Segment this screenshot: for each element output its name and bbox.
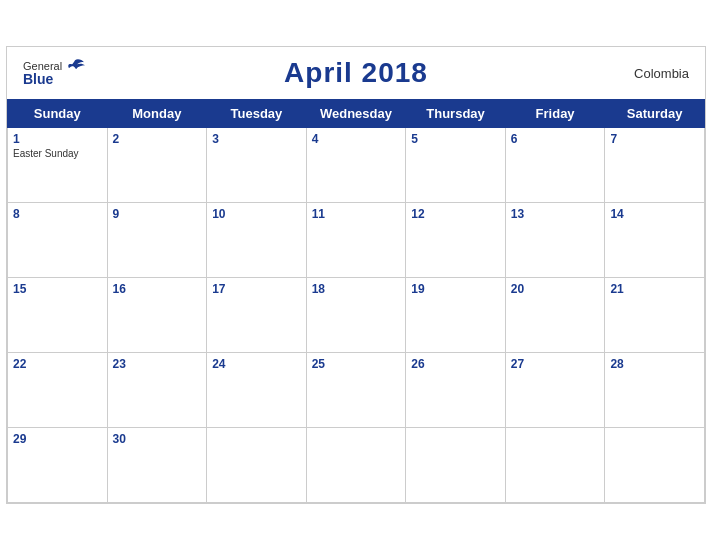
calendar-day-cell: 16 bbox=[107, 278, 207, 353]
day-event: Easter Sunday bbox=[13, 148, 102, 159]
day-number: 2 bbox=[113, 132, 202, 146]
calendar-day-cell bbox=[207, 428, 307, 503]
calendar-day-cell: 1Easter Sunday bbox=[8, 128, 108, 203]
calendar-day-cell: 30 bbox=[107, 428, 207, 503]
calendar-day-cell: 20 bbox=[505, 278, 605, 353]
day-number: 28 bbox=[610, 357, 699, 371]
day-number: 19 bbox=[411, 282, 500, 296]
calendar-day-cell: 27 bbox=[505, 353, 605, 428]
day-number: 17 bbox=[212, 282, 301, 296]
calendar-day-cell: 4 bbox=[306, 128, 406, 203]
day-number: 21 bbox=[610, 282, 699, 296]
day-number: 16 bbox=[113, 282, 202, 296]
day-number: 7 bbox=[610, 132, 699, 146]
day-number: 1 bbox=[13, 132, 102, 146]
day-number: 14 bbox=[610, 207, 699, 221]
calendar-container: General Blue April 2018 Colombia Sunday … bbox=[6, 46, 706, 504]
header-wednesday: Wednesday bbox=[306, 100, 406, 128]
day-number: 8 bbox=[13, 207, 102, 221]
header-friday: Friday bbox=[505, 100, 605, 128]
calendar-week-row: 15161718192021 bbox=[8, 278, 705, 353]
calendar-day-cell: 7 bbox=[605, 128, 705, 203]
calendar-day-cell: 10 bbox=[207, 203, 307, 278]
calendar-day-cell: 8 bbox=[8, 203, 108, 278]
calendar-day-cell: 17 bbox=[207, 278, 307, 353]
header-sunday: Sunday bbox=[8, 100, 108, 128]
logo-bird-icon bbox=[64, 58, 86, 74]
calendar-day-cell: 24 bbox=[207, 353, 307, 428]
calendar-day-cell: 18 bbox=[306, 278, 406, 353]
day-number: 27 bbox=[511, 357, 600, 371]
calendar-table: Sunday Monday Tuesday Wednesday Thursday… bbox=[7, 99, 705, 503]
calendar-day-cell bbox=[505, 428, 605, 503]
day-number: 23 bbox=[113, 357, 202, 371]
day-number: 20 bbox=[511, 282, 600, 296]
calendar-title: April 2018 bbox=[284, 57, 428, 89]
day-number: 25 bbox=[312, 357, 401, 371]
weekday-header-row: Sunday Monday Tuesday Wednesday Thursday… bbox=[8, 100, 705, 128]
calendar-day-cell bbox=[306, 428, 406, 503]
calendar-week-row: 2930 bbox=[8, 428, 705, 503]
calendar-day-cell bbox=[605, 428, 705, 503]
calendar-week-row: 1Easter Sunday234567 bbox=[8, 128, 705, 203]
calendar-day-cell: 3 bbox=[207, 128, 307, 203]
calendar-day-cell: 19 bbox=[406, 278, 506, 353]
country-label: Colombia bbox=[634, 66, 689, 81]
calendar-day-cell: 26 bbox=[406, 353, 506, 428]
calendar-day-cell: 11 bbox=[306, 203, 406, 278]
calendar-day-cell: 25 bbox=[306, 353, 406, 428]
day-number: 15 bbox=[13, 282, 102, 296]
calendar-day-cell: 12 bbox=[406, 203, 506, 278]
calendar-day-cell: 22 bbox=[8, 353, 108, 428]
calendar-day-cell: 23 bbox=[107, 353, 207, 428]
day-number: 22 bbox=[13, 357, 102, 371]
calendar-day-cell bbox=[406, 428, 506, 503]
day-number: 26 bbox=[411, 357, 500, 371]
day-number: 4 bbox=[312, 132, 401, 146]
calendar-day-cell: 21 bbox=[605, 278, 705, 353]
day-number: 9 bbox=[113, 207, 202, 221]
logo-area: General Blue bbox=[23, 58, 86, 87]
calendar-day-cell: 9 bbox=[107, 203, 207, 278]
header-monday: Monday bbox=[107, 100, 207, 128]
day-number: 12 bbox=[411, 207, 500, 221]
day-number: 10 bbox=[212, 207, 301, 221]
calendar-week-row: 22232425262728 bbox=[8, 353, 705, 428]
calendar-body: 1Easter Sunday23456789101112131415161718… bbox=[8, 128, 705, 503]
day-number: 6 bbox=[511, 132, 600, 146]
day-number: 30 bbox=[113, 432, 202, 446]
day-number: 13 bbox=[511, 207, 600, 221]
day-number: 18 bbox=[312, 282, 401, 296]
day-number: 24 bbox=[212, 357, 301, 371]
day-number: 11 bbox=[312, 207, 401, 221]
header-tuesday: Tuesday bbox=[207, 100, 307, 128]
calendar-day-cell: 5 bbox=[406, 128, 506, 203]
calendar-week-row: 891011121314 bbox=[8, 203, 705, 278]
logo-blue-text: Blue bbox=[23, 72, 53, 87]
header-thursday: Thursday bbox=[406, 100, 506, 128]
calendar-header: General Blue April 2018 Colombia bbox=[7, 47, 705, 99]
day-number: 5 bbox=[411, 132, 500, 146]
day-number: 3 bbox=[212, 132, 301, 146]
header-saturday: Saturday bbox=[605, 100, 705, 128]
calendar-day-cell: 13 bbox=[505, 203, 605, 278]
calendar-day-cell: 14 bbox=[605, 203, 705, 278]
calendar-day-cell: 2 bbox=[107, 128, 207, 203]
calendar-day-cell: 6 bbox=[505, 128, 605, 203]
calendar-day-cell: 15 bbox=[8, 278, 108, 353]
calendar-day-cell: 29 bbox=[8, 428, 108, 503]
calendar-day-cell: 28 bbox=[605, 353, 705, 428]
day-number: 29 bbox=[13, 432, 102, 446]
